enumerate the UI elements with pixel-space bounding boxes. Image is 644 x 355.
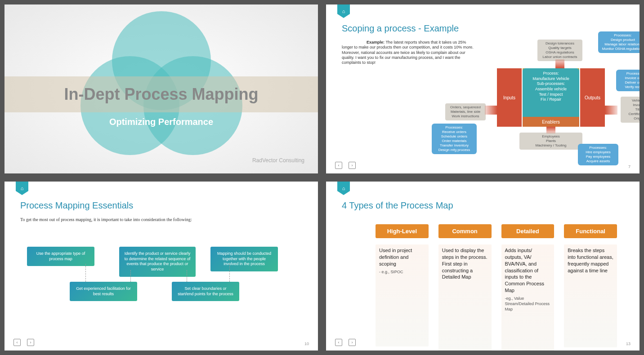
arrow-right-icon [485,106,497,115]
page-number: 7 [628,164,631,169]
type-text: Adds inputs/ outputs, VA/ BVA/NVA, and c… [505,248,544,293]
type-sub: - e.g., SIPOC [379,269,425,275]
process-frame: Guides Inputs Process:Manufacture Vehicl… [497,68,605,127]
next-button[interactable]: › [27,339,34,346]
enablers-list: EmployeesPlantsMachinery / Tooling [519,133,582,150]
type-columns: High-Level Used in project definition an… [376,224,617,351]
type-sub: -eg., Value Stream/Detailed Process Map [505,296,551,312]
outputs-label: Outputs [580,68,605,127]
essential-box: Get experienced facilitation for best re… [70,282,137,301]
essential-box: Mapping should be conducted together wit… [210,247,278,271]
scoping-diagram: Design tolerancesQuality targetsOSHA reg… [387,31,635,160]
slide-grid: In-Dept Process Mapping Optimizing Perfo… [4,4,640,351]
example-label: Example: [367,40,385,44]
type-text: Used to display the steps in the process… [442,248,487,280]
intro-text: To get the most out of process mapping, … [20,217,318,222]
page-number: 13 [626,342,631,346]
prev-button[interactable]: ‹ [335,162,342,169]
type-column: Functional Breaks the steps into functio… [564,224,617,351]
next-button[interactable]: › [349,339,356,346]
nav-buttons: ‹ › [335,162,356,169]
enablers-label: Enablers [523,117,579,127]
inputs-label: Inputs [497,68,522,127]
connector [229,264,230,282]
slide-title: 4 Types of the Process Map [342,200,640,211]
enablers-processes: Processes:Hire employeesPay employeesAcq… [578,144,618,165]
type-column: High-Level Used in project definition an… [376,224,429,351]
type-text: Used in project definition and scoping [379,248,412,266]
outputs-processes: Processes:Invoice orderDeliver orderVeri… [616,70,640,91]
type-body: Breaks the steps into functional areas, … [564,244,617,347]
type-column: Common Used to display the steps in the … [438,224,492,351]
page-number: 10 [304,342,309,346]
nav-buttons: ‹ › [335,339,356,346]
type-header: Common [438,224,492,238]
connector [187,270,187,282]
slide-3-essentials: ⌂ Process Mapping Essentials To get the … [4,182,318,351]
prev-button[interactable]: ‹ [335,339,342,346]
type-body: Used to display the steps in the process… [438,244,492,351]
type-text: Breaks the steps into functional areas, … [568,248,613,273]
slide-4-types: ⌂ 4 Types of the Process Map High-Level … [326,182,640,351]
inputs-list: Orders, sequencedMaterials, line sideWor… [445,103,486,120]
home-icon[interactable]: ⌂ [16,182,28,195]
type-header: High-Level [376,224,429,238]
slide-1-title: In-Dept Process Mapping Optimizing Perfo… [4,4,318,173]
title-band: In-Dept Process Mapping [4,76,318,112]
type-body: Adds inputs/ outputs, VA/ BVA/NVA, and c… [501,244,555,351]
type-body: Used in project definition and scoping- … [376,244,429,346]
arrow-up-icon [546,127,555,133]
home-icon[interactable]: ⌂ [337,4,350,18]
guides-processes: Processes:Design productManage labor rel… [598,31,640,53]
slide-title: Process Mapping Essentials [20,200,318,211]
essential-box: Use the appropriate type of process map [27,247,94,266]
essential-box: Set clear boundaries or start/end points… [172,282,239,301]
inputs-processes: Processes:Receive ordersSchedule ordersO… [432,124,477,154]
outputs-list: VehiclesInvoiceTitleCertificate of Origi… [621,97,640,123]
type-header: Functional [564,224,617,238]
next-button[interactable]: › [349,162,356,169]
connector [85,264,86,282]
prev-button[interactable]: ‹ [13,339,21,346]
arrow-left-icon [605,106,617,115]
type-header: Detailed [501,224,555,238]
home-icon[interactable]: ⌂ [337,182,350,195]
type-column: Detailed Adds inputs/ outputs, VA/ BVA/N… [501,224,555,351]
brand-label: RadVector Consulting [252,157,304,164]
subtitle: Optimizing Performance [4,117,318,127]
guides-list: Design tolerancesQuality targetsOSHA reg… [537,40,582,61]
arrow-down-icon [555,59,564,68]
connector [130,270,131,282]
slide-2-scoping: ⌂ Scoping a process - Example Example: T… [326,4,640,173]
main-title: In-Dept Process Mapping [64,85,258,104]
nav-buttons: ‹ › [13,339,34,346]
